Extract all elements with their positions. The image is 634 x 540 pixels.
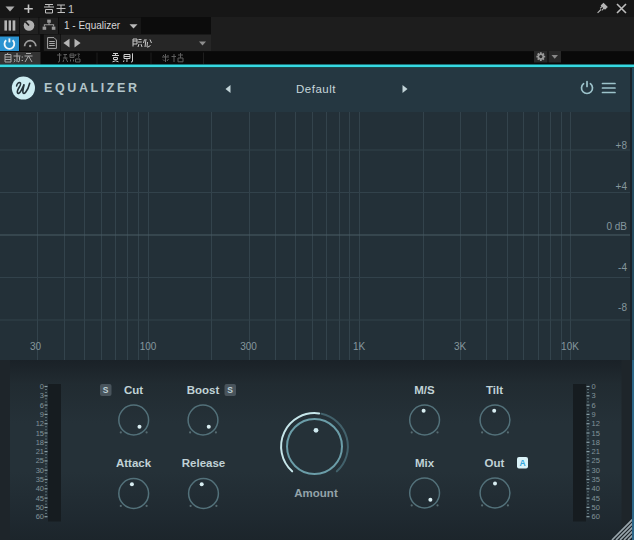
svg-text:15: 15	[592, 429, 600, 438]
svg-text:1K: 1K	[353, 341, 366, 352]
svg-text:9: 9	[592, 410, 596, 419]
svg-text:35: 35	[36, 475, 44, 484]
svg-text:Amount: Amount	[294, 487, 338, 499]
svg-text:Default: Default	[296, 83, 336, 95]
svg-text:35: 35	[592, 475, 600, 484]
svg-text:-8: -8	[618, 302, 627, 313]
svg-text:60: 60	[592, 512, 600, 521]
svg-text:1 - Equalizer: 1 - Equalizer	[64, 20, 121, 31]
svg-text:40: 40	[36, 484, 44, 493]
svg-text:Release: Release	[182, 457, 225, 469]
svg-text:30: 30	[592, 466, 600, 475]
svg-text:40: 40	[592, 484, 600, 493]
svg-text:45: 45	[592, 494, 600, 503]
svg-text:21: 21	[592, 447, 600, 456]
svg-text:21: 21	[36, 447, 44, 456]
svg-text:12: 12	[36, 419, 44, 428]
svg-text:9: 9	[40, 410, 44, 419]
svg-text:Tilt: Tilt	[486, 384, 503, 396]
svg-text:EQUALIZER: EQUALIZER	[44, 81, 140, 95]
svg-text:Attack: Attack	[116, 457, 152, 469]
svg-text:25: 25	[592, 456, 600, 465]
svg-text:3: 3	[40, 391, 44, 400]
svg-text:50: 50	[592, 503, 600, 512]
svg-text:25: 25	[36, 456, 44, 465]
svg-text:60: 60	[36, 512, 44, 521]
svg-text:0 dB: 0 dB	[606, 221, 627, 232]
svg-text:0: 0	[40, 382, 44, 391]
svg-text:6: 6	[40, 401, 44, 410]
svg-text:Mix: Mix	[415, 457, 435, 469]
svg-text:12: 12	[592, 419, 600, 428]
svg-text:300: 300	[240, 341, 257, 352]
svg-text:S: S	[103, 385, 109, 395]
svg-text:3: 3	[592, 391, 596, 400]
svg-text:S: S	[227, 385, 233, 395]
svg-text:3K: 3K	[454, 341, 467, 352]
svg-text:Out: Out	[485, 457, 505, 469]
svg-text:30: 30	[36, 466, 44, 475]
svg-text:1: 1	[68, 3, 74, 15]
svg-text:30: 30	[30, 341, 42, 352]
svg-text:45: 45	[36, 494, 44, 503]
svg-text:A: A	[519, 458, 525, 468]
svg-text:100: 100	[140, 341, 157, 352]
svg-text:15: 15	[36, 429, 44, 438]
svg-text:0: 0	[592, 382, 596, 391]
svg-text:Cut: Cut	[124, 384, 143, 396]
svg-text:M/S: M/S	[414, 384, 435, 396]
svg-text:-4: -4	[618, 262, 627, 273]
svg-text:6: 6	[592, 401, 596, 410]
svg-text:18: 18	[592, 438, 600, 447]
svg-text:10K: 10K	[561, 341, 579, 352]
svg-text:50: 50	[36, 503, 44, 512]
svg-text:+4: +4	[616, 181, 628, 192]
svg-text:Boost: Boost	[187, 384, 220, 396]
svg-text:18: 18	[36, 438, 44, 447]
svg-text:+8: +8	[616, 140, 628, 151]
